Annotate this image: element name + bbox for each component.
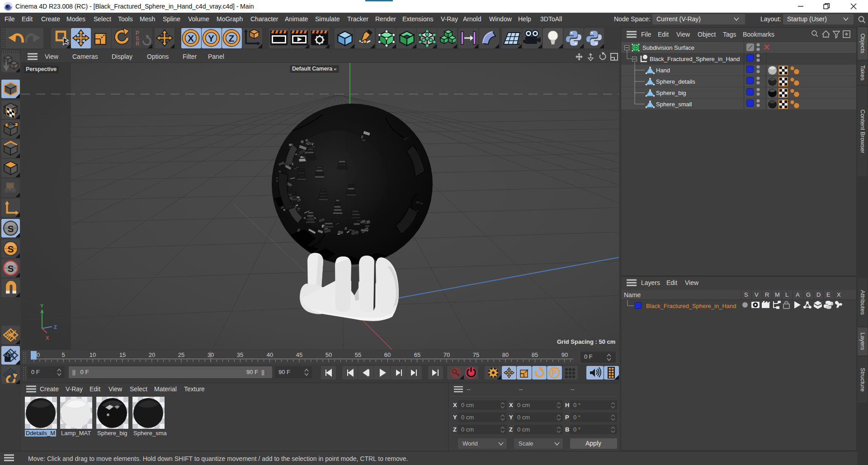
svg-text:S: S — [8, 263, 14, 274]
svg-text:R: R — [136, 41, 140, 47]
svg-text:X: X — [46, 335, 49, 341]
svg-text:70: 70 — [443, 351, 450, 358]
svg-text:35: 35 — [237, 351, 243, 358]
svg-text:40: 40 — [267, 351, 273, 358]
svg-text:50: 50 — [326, 351, 332, 358]
svg-text:90: 90 — [561, 351, 568, 358]
svg-text:P: P — [552, 369, 557, 377]
svg-text:10: 10 — [90, 351, 96, 358]
svg-text:S: S — [8, 223, 14, 234]
svg-text:X: X — [188, 33, 194, 43]
svg-text:5: 5 — [61, 351, 65, 358]
svg-text:Z: Z — [54, 324, 57, 330]
svg-text:20: 20 — [149, 351, 155, 358]
svg-text:15: 15 — [119, 351, 126, 358]
svg-text:75: 75 — [473, 351, 479, 358]
svg-text:0: 0 — [37, 351, 40, 358]
svg-text:80: 80 — [502, 351, 509, 358]
svg-text:55: 55 — [355, 351, 361, 358]
svg-text:Z: Z — [229, 33, 235, 43]
svg-text:Y: Y — [40, 303, 44, 308]
svg-text:S: S — [8, 244, 14, 254]
svg-text:Y: Y — [208, 33, 214, 43]
svg-text:65: 65 — [414, 351, 420, 358]
svg-text:60: 60 — [384, 351, 391, 358]
svg-text:45: 45 — [296, 351, 302, 358]
svg-text:85: 85 — [532, 351, 538, 358]
svg-text:25: 25 — [178, 351, 184, 358]
